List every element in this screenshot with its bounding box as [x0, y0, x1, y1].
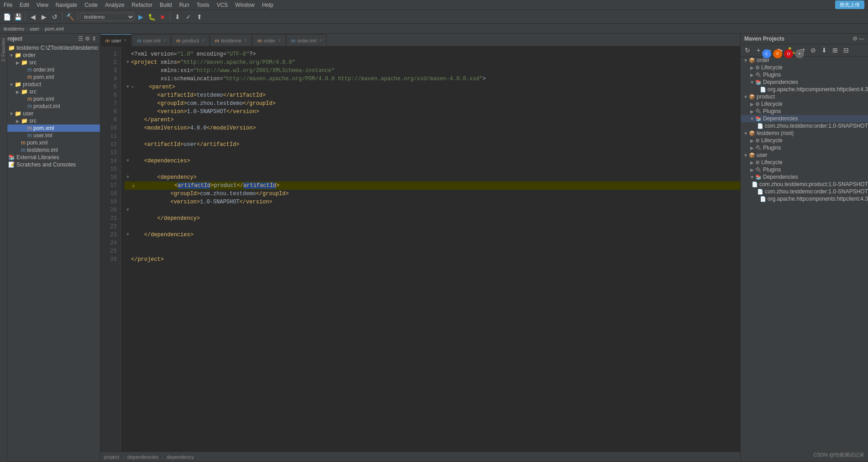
maven-item-order-lifecycle[interactable]: ▶ ⚙ Lifecycle	[741, 64, 868, 71]
custom-browser-button[interactable]: +	[795, 49, 804, 58]
maven-collapse-btn[interactable]: ⊟	[841, 45, 851, 55]
maven-item-order-dep1[interactable]: ▶ 📄 org.apache.httpcomponents:httpclient…	[741, 86, 868, 93]
tab-user-iml[interactable]: m user.iml ×	[132, 34, 171, 46]
sidebar-item-testdemo[interactable]: ▼ 📁 testdemo C:\ZTools\test\testdemo	[0, 44, 100, 52]
git-push-button[interactable]: ⬆	[194, 12, 204, 22]
tab-testdemo[interactable]: m testdemo ×	[210, 34, 252, 46]
tab-close-user-iml[interactable]: ×	[163, 38, 166, 43]
maven-item-user-deps[interactable]: ▼ 📚 Dependencies	[741, 173, 868, 181]
tab-order-iml[interactable]: m order.iml ×	[286, 34, 327, 46]
firefox-button[interactable]: F	[773, 49, 782, 58]
menu-navigate[interactable]: Navigate	[52, 1, 81, 9]
maven-item-order-plugins[interactable]: ▶ 🔌 Plugins	[741, 71, 868, 78]
tab-close-user[interactable]: ×	[124, 38, 127, 43]
sidebar-scroll-btn[interactable]: ⇕	[92, 36, 96, 42]
sidebar-item-order[interactable]: ▼ 📁 order	[0, 52, 100, 59]
menu-tools[interactable]: Tools	[193, 1, 213, 9]
menu-file[interactable]: File	[0, 1, 16, 9]
tab-order[interactable]: m order ×	[252, 34, 286, 46]
sidebar-collapse-btn[interactable]: ☰	[78, 36, 83, 42]
fold-icon-20[interactable]: ▼	[125, 207, 131, 213]
maven-item-order[interactable]: ▼ 📦 order	[741, 57, 868, 64]
maven-item-user[interactable]: ▼ 📦 user	[741, 151, 868, 159]
menu-build[interactable]: Build	[156, 1, 176, 9]
maven-download-btn[interactable]: ⬇	[819, 45, 829, 55]
sidebar-item-user-pom[interactable]: ▶ m pom.xml	[0, 125, 100, 132]
maven-item-testdemo-lifecycle[interactable]: ▶ ⚙ Lifecycle	[741, 137, 868, 144]
sidebar-item-ext-libs[interactable]: ▶ 📚 External Libraries	[0, 154, 100, 161]
stop-button[interactable]: ■	[157, 12, 167, 22]
maven-item-order-deps[interactable]: ▼ 📚 Dependencies	[741, 78, 868, 86]
upload-button[interactable]: 抢先上传	[835, 0, 864, 9]
bc-pomxml[interactable]: pom.xml	[45, 26, 64, 31]
menu-refactor[interactable]: Refactor	[128, 1, 156, 9]
sidebar-item-product-iml[interactable]: ▶ m product.iml	[0, 103, 100, 110]
sidebar-item-scratches[interactable]: ▶ 📝 Scratches and Consoles	[0, 161, 100, 168]
sidebar-item-order-src[interactable]: ▶ 📁 src	[0, 59, 100, 66]
tab-close-product[interactable]: ×	[202, 38, 204, 43]
fold-icon-5[interactable]: ▼	[125, 84, 131, 90]
run-config-selector[interactable]: testdemo	[80, 13, 135, 21]
code-editor[interactable]: <?xml version="1.0" encoding="UTF-8"?> ▼…	[121, 47, 740, 452]
sidebar-item-testdemo-iml[interactable]: ▶ m testdemo.iml	[0, 146, 100, 154]
maven-item-testdemo[interactable]: ▼ 📦 testdemo (root)	[741, 130, 868, 137]
new-file-button[interactable]: 📄	[2, 12, 12, 22]
tab-close-order[interactable]: ×	[278, 38, 281, 43]
menu-window[interactable]: Window	[231, 1, 258, 9]
menu-run[interactable]: Run	[176, 1, 193, 9]
menu-analyze[interactable]: Analyze	[101, 1, 128, 9]
sidebar-item-order-pom[interactable]: ▶ m pom.xml	[0, 73, 100, 81]
maven-item-product-lifecycle[interactable]: ▶ ⚙ Lifecycle	[741, 100, 868, 108]
back-button[interactable]: ◀	[28, 12, 38, 22]
sidebar-item-order-iml[interactable]: ▶ m order.iml	[0, 66, 100, 73]
sidebar-item-user-src[interactable]: ▶ 📁 src	[0, 117, 100, 125]
maven-minimize-btn[interactable]: —	[859, 36, 864, 42]
maven-item-product[interactable]: ▼ 📦 product	[741, 93, 868, 100]
maven-skip-btn[interactable]: ⊘	[808, 45, 818, 55]
forward-button[interactable]: ▶	[39, 12, 49, 22]
tab-close-order-iml[interactable]: ×	[319, 38, 322, 43]
menu-help[interactable]: Help	[258, 1, 277, 9]
sidebar-item-user-iml[interactable]: ▶ m user.iml	[0, 132, 100, 139]
maven-item-product-deps[interactable]: ▼ 📚 Dependencies	[741, 115, 868, 122]
tab-close-testdemo[interactable]: ×	[244, 38, 247, 43]
sidebar-item-root-pom[interactable]: ▶ m pom.xml	[0, 139, 100, 146]
maven-item-product-dep1[interactable]: ▶ 📄 com.zhou.testdemo:order:1.0-SNAPSHOT	[741, 122, 868, 130]
bc-user[interactable]: user	[30, 26, 39, 31]
maven-item-user-lifecycle[interactable]: ▶ ⚙ Lifecycle	[741, 159, 868, 166]
maven-item-user-dep2[interactable]: ▶ 📄 com.zhou.testdemo:order:1.0-SNAPSHOT	[741, 188, 868, 195]
build-button[interactable]: 🔨	[65, 12, 75, 22]
maven-item-user-plugins[interactable]: ▶ 🔌 Plugins	[741, 166, 868, 173]
tab-product[interactable]: m product ×	[171, 34, 209, 46]
maven-item-product-plugins[interactable]: ▶ 🔌 Plugins	[741, 108, 868, 115]
debug-button[interactable]: 🐛	[146, 12, 157, 22]
sidebar-item-product-src[interactable]: ▶ 📁 src	[0, 88, 100, 95]
git-commit-button[interactable]: ✓	[183, 12, 193, 22]
sidebar-item-product-pom[interactable]: ▶ m pom.xml	[0, 95, 100, 103]
maven-expand-btn[interactable]: ⊞	[830, 45, 840, 55]
maven-item-testdemo-plugins[interactable]: ▶ 🔌 Plugins	[741, 144, 868, 151]
fold-icon-2[interactable]: ▼	[125, 59, 131, 66]
menu-vcs[interactable]: VCS	[213, 1, 232, 9]
fold-icon-14[interactable]: ▼	[125, 158, 131, 164]
opera-button[interactable]: O	[784, 49, 793, 58]
fold-icon-16[interactable]: ▼	[125, 174, 131, 181]
refresh-button[interactable]: ↺	[50, 12, 60, 22]
save-button[interactable]: 💾	[13, 12, 23, 22]
maven-item-user-dep1[interactable]: ▶ 📄 com.zhou.testdemo:product:1.0-SNAPSH…	[741, 181, 868, 188]
fold-icon-23[interactable]: ▼	[125, 232, 131, 238]
maven-refresh-btn[interactable]: ↻	[743, 45, 753, 55]
maven-item-user-dep3[interactable]: ▶ 📄 org.apache.httpcomponents:httpclient…	[741, 195, 868, 202]
maven-settings-btn[interactable]: ⚙	[852, 36, 858, 42]
menu-edit[interactable]: Edit	[16, 1, 33, 9]
sidebar-item-product[interactable]: ▼ 📁 product	[0, 81, 100, 88]
menu-view[interactable]: View	[33, 1, 52, 9]
favorites-label[interactable]: 2: Favorites	[1, 38, 6, 62]
sidebar-item-user[interactable]: ▼ 📁 user	[0, 110, 100, 117]
run-button[interactable]: ▶	[136, 12, 146, 22]
tab-user[interactable]: m user ×	[100, 34, 131, 46]
menu-code[interactable]: Code	[81, 1, 101, 9]
chrome-button[interactable]: C	[762, 49, 771, 58]
git-update-button[interactable]: ⬇	[173, 12, 183, 22]
bc-testdemo[interactable]: testdemo	[4, 26, 24, 31]
